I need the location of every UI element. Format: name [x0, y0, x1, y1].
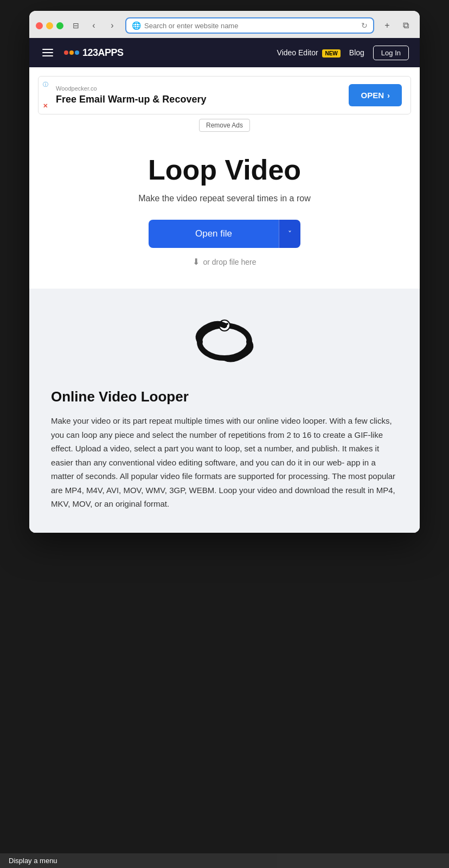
browser-chrome: ⊟ ‹ › 🌐 ↻ + ⧉ — [29, 11, 420, 38]
login-button[interactable]: Log In — [373, 46, 409, 60]
ad-source: Woodpecker.co — [56, 85, 206, 92]
nav-blog-link[interactable]: Blog — [349, 48, 364, 57]
back-button[interactable]: ‹ — [86, 18, 101, 33]
browser-window: ⊟ ‹ › 🌐 ↻ + ⧉ — [29, 11, 420, 533]
sidebar-toggle-button[interactable]: ⊟ — [69, 20, 83, 31]
logo-text: 123APPS — [82, 47, 124, 59]
hamburger-menu-button[interactable] — [40, 47, 55, 59]
nav-video-editor-link[interactable]: Video Editor NEW — [277, 48, 341, 57]
logo-dot-yellow — [69, 50, 74, 55]
info-title: Online Video Looper — [51, 388, 398, 405]
ad-text: Woodpecker.co Free Email Warm-up & Recov… — [56, 85, 206, 105]
new-tab-button[interactable]: + — [380, 18, 395, 33]
open-file-button-group: Open file ˅ — [149, 220, 300, 248]
forward-button[interactable]: › — [105, 18, 120, 33]
hamburger-line — [42, 52, 53, 53]
hamburger-line — [42, 49, 53, 50]
remove-ads-wrap: Remove Ads — [29, 119, 420, 132]
browser-controls: ⊟ ‹ › — [69, 18, 120, 33]
close-traffic-light[interactable] — [36, 22, 43, 29]
hero-subtitle: Make the video repeat several times in a… — [40, 194, 409, 203]
site-nav: 123APPS Video Editor NEW Blog Log In — [29, 38, 420, 67]
info-body: Make your video or its part repeat multi… — [51, 414, 398, 511]
tooltip-bar: Display a menu — [0, 853, 449, 868]
browser-actions: + ⧉ — [380, 18, 413, 33]
ad-info-icon[interactable]: ⓘ — [43, 81, 48, 88]
nav-links: Video Editor NEW Blog Log In — [277, 46, 409, 60]
new-badge: NEW — [322, 49, 340, 58]
logo-dots — [64, 50, 79, 55]
open-file-button[interactable]: Open file — [149, 220, 279, 248]
open-file-dropdown-button[interactable]: ˅ — [279, 220, 300, 248]
page-title: Loop Video — [40, 154, 409, 186]
loop-icon — [187, 316, 262, 370]
traffic-lights — [36, 22, 63, 29]
ad-open-button[interactable]: OPEN › — [349, 84, 402, 106]
site-logo: 123APPS — [64, 47, 277, 59]
tooltip-text: Display a menu — [9, 857, 57, 865]
drop-hint: ⬇ or drop file here — [40, 257, 409, 267]
globe-icon: 🌐 — [132, 21, 141, 30]
logo-dot-blue — [75, 50, 79, 55]
ad-close-icon[interactable]: ✕ — [43, 103, 48, 110]
address-bar: 🌐 ↻ — [125, 17, 374, 34]
remove-ads-button[interactable]: Remove Ads — [199, 119, 250, 132]
fullscreen-traffic-light[interactable] — [56, 22, 63, 29]
reload-icon[interactable]: ↻ — [361, 21, 368, 30]
info-section: Online Video Looper Make your video or i… — [29, 289, 420, 533]
tab-switcher-button[interactable]: ⧉ — [398, 18, 413, 33]
logo-dot-red — [64, 50, 68, 55]
loop-icon-wrap — [51, 316, 398, 372]
hero-section: Loop Video Make the video repeat several… — [29, 137, 420, 289]
hamburger-line — [42, 55, 53, 56]
minimize-traffic-light[interactable] — [46, 22, 53, 29]
download-icon: ⬇ — [193, 257, 200, 267]
open-file-row: Open file ˅ — [40, 220, 409, 248]
ad-banner: ⓘ ✕ Woodpecker.co Free Email Warm-up & R… — [38, 76, 411, 114]
address-input[interactable] — [144, 22, 358, 30]
ad-title: Free Email Warm-up & Recovery — [56, 94, 206, 105]
site-content: 123APPS Video Editor NEW Blog Log In ⓘ ✕… — [29, 38, 420, 533]
